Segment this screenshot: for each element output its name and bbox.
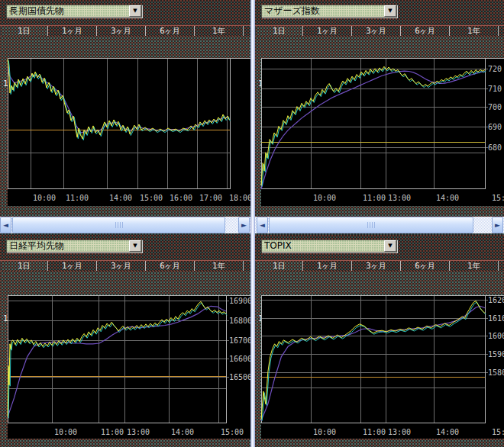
symbol-select[interactable]: 長期国債先物 ▼ bbox=[6, 5, 142, 18]
svg-text:16600: 16600 bbox=[229, 355, 250, 363]
svg-text:1620: 1620 bbox=[488, 296, 504, 304]
tab-period-5[interactable]: 1年 bbox=[195, 26, 244, 37]
svg-text:10:00: 10:00 bbox=[33, 194, 56, 202]
svg-text:10:00: 10:00 bbox=[54, 428, 77, 436]
panel-nikkei-futures: 日経平均先物 ▼ 1日1ヶ月3ヶ月6ヶ月1年 1分足 1690016800167… bbox=[0, 235, 250, 447]
svg-text:15:00: 15:00 bbox=[492, 194, 504, 202]
tab-period-4[interactable]: 6ヶ月 bbox=[401, 261, 450, 272]
svg-text:16:00: 16:00 bbox=[170, 194, 192, 202]
tab-period-4[interactable]: 6ヶ月 bbox=[146, 261, 195, 272]
svg-text:13:00: 13:00 bbox=[388, 194, 411, 202]
symbol-select[interactable]: 日経平均先物 ▼ bbox=[6, 240, 142, 252]
scrollbar-grip-icon bbox=[367, 222, 375, 228]
svg-text:14:00: 14:00 bbox=[171, 428, 194, 436]
panel-mothers-index: マザーズ指数 ▼ 1日1ヶ月3ヶ月6ヶ月1年 1分足 7207107006906… bbox=[255, 0, 504, 233]
symbol-select-value: 長期国債先物 bbox=[9, 5, 128, 17]
panel-body: 1分足 169001680016700166001650010:0011:001… bbox=[0, 271, 250, 447]
tab-period-2[interactable]: 1ヶ月 bbox=[303, 261, 352, 272]
svg-text:15:00: 15:00 bbox=[221, 428, 244, 436]
svg-text:11:00: 11:00 bbox=[363, 428, 386, 436]
tab-period-5[interactable]: 1年 bbox=[450, 26, 499, 37]
chart-bond-futures: 10:0011:0014:0015:0016:0017:0018:00 bbox=[0, 58, 250, 206]
tab-period-2[interactable]: 1ヶ月 bbox=[48, 26, 97, 37]
svg-text:16800: 16800 bbox=[229, 317, 250, 325]
panel-body: 1分足 72071070069068010:0011:0013:0014:001… bbox=[255, 36, 504, 233]
tab-period-5[interactable]: 1年 bbox=[450, 261, 499, 272]
tab-period-2[interactable]: 1ヶ月 bbox=[48, 261, 97, 272]
svg-text:680: 680 bbox=[488, 143, 502, 152]
svg-text:11:00: 11:00 bbox=[363, 194, 386, 202]
scrollbar-thumb[interactable] bbox=[269, 217, 473, 233]
panel-body: 1分足 1620161016001590158010:0011:0013:001… bbox=[255, 271, 504, 447]
scrollbar-grip-icon bbox=[115, 222, 123, 228]
chart-mothers-index: 72071070069068010:0011:0013:0014:0015:00 bbox=[255, 58, 504, 206]
dropdown-arrow-icon[interactable]: ▼ bbox=[384, 240, 396, 252]
symbol-select-value: TOPIX bbox=[264, 240, 383, 252]
panel-topix: TOPIX ▼ 1日1ヶ月3ヶ月6ヶ月1年 1分足 16201610160015… bbox=[255, 235, 504, 447]
scroll-right-button[interactable]: ► bbox=[492, 217, 503, 233]
svg-text:15:00: 15:00 bbox=[492, 428, 504, 436]
svg-text:10:00: 10:00 bbox=[313, 194, 336, 202]
svg-text:18:00: 18:00 bbox=[229, 194, 250, 202]
tab-period-3[interactable]: 3ヶ月 bbox=[352, 26, 401, 37]
scroll-left-button[interactable]: ◄ bbox=[0, 217, 11, 233]
svg-text:1580: 1580 bbox=[488, 368, 504, 377]
tab-period-1[interactable]: 1日 bbox=[0, 26, 48, 37]
svg-text:14:00: 14:00 bbox=[436, 428, 459, 436]
chart-nikkei-futures: 169001680016700166001650010:0011:0013:00… bbox=[0, 295, 250, 439]
svg-text:14:00: 14:00 bbox=[436, 194, 459, 202]
svg-text:720: 720 bbox=[488, 65, 502, 73]
tab-period-5[interactable]: 1年 bbox=[195, 261, 244, 272]
tab-period-1[interactable]: 1日 bbox=[255, 261, 303, 272]
symbol-select[interactable]: TOPIX ▼ bbox=[261, 240, 397, 252]
dropdown-arrow-icon[interactable]: ▼ bbox=[384, 5, 396, 17]
svg-text:710: 710 bbox=[488, 85, 502, 93]
panel-bond-futures: 長期国債先物 ▼ 1日1ヶ月3ヶ月6ヶ月1年 1分足 10:0011:0014:… bbox=[0, 0, 250, 233]
svg-text:13:00: 13:00 bbox=[127, 428, 150, 436]
svg-text:1590: 1590 bbox=[488, 350, 504, 359]
tab-period-4[interactable]: 6ヶ月 bbox=[401, 26, 450, 37]
svg-text:16700: 16700 bbox=[229, 336, 250, 345]
svg-text:1610: 1610 bbox=[488, 314, 504, 323]
tab-period-3[interactable]: 3ヶ月 bbox=[352, 261, 401, 272]
svg-text:14:00: 14:00 bbox=[109, 194, 132, 202]
svg-text:700: 700 bbox=[488, 103, 502, 111]
tab-period-4[interactable]: 6ヶ月 bbox=[146, 26, 195, 37]
scroll-right-button[interactable]: ► bbox=[238, 217, 250, 233]
svg-text:17:00: 17:00 bbox=[199, 194, 222, 202]
svg-text:15:00: 15:00 bbox=[140, 194, 163, 202]
svg-text:13:00: 13:00 bbox=[388, 428, 411, 436]
chart-grid-app: 長期国債先物 ▼ 1日1ヶ月3ヶ月6ヶ月1年 1分足 10:0011:0014:… bbox=[0, 0, 504, 447]
tab-period-1[interactable]: 1日 bbox=[0, 261, 48, 272]
period-tabs: 1日1ヶ月3ヶ月6ヶ月1年 bbox=[0, 260, 250, 272]
period-tabs: 1日1ヶ月3ヶ月6ヶ月1年 bbox=[255, 25, 504, 37]
period-tabs: 1日1ヶ月3ヶ月6ヶ月1年 bbox=[255, 260, 504, 272]
svg-text:1600: 1600 bbox=[488, 332, 504, 340]
period-tabs: 1日1ヶ月3ヶ月6ヶ月1年 bbox=[0, 25, 250, 37]
scroll-left-button[interactable]: ◄ bbox=[257, 217, 268, 233]
tab-period-1[interactable]: 1日 bbox=[255, 26, 303, 37]
tab-period-2[interactable]: 1ヶ月 bbox=[303, 26, 352, 37]
panel-body: 1分足 10:0011:0014:0015:0016:0017:0018:00 … bbox=[0, 36, 250, 233]
tab-period-3[interactable]: 3ヶ月 bbox=[97, 26, 146, 37]
svg-text:10:00: 10:00 bbox=[313, 428, 336, 436]
scrollbar-thumb[interactable] bbox=[12, 217, 225, 233]
svg-text:16900: 16900 bbox=[229, 297, 250, 305]
symbol-select-value: マザーズ指数 bbox=[264, 5, 383, 17]
tab-period-3[interactable]: 3ヶ月 bbox=[97, 261, 146, 272]
svg-text:690: 690 bbox=[488, 123, 502, 131]
horizontal-scrollbar: ◄ ► bbox=[0, 217, 250, 233]
dropdown-arrow-icon[interactable]: ▼ bbox=[129, 5, 141, 17]
svg-text:11:00: 11:00 bbox=[66, 194, 89, 202]
symbol-select-value: 日経平均先物 bbox=[9, 240, 128, 252]
symbol-select[interactable]: マザーズ指数 ▼ bbox=[261, 5, 397, 18]
panel-divider[interactable] bbox=[250, 0, 255, 447]
chart-topix: 1620161016001590158010:0011:0013:0014:00… bbox=[255, 295, 504, 439]
horizontal-scrollbar: ◄ ► bbox=[255, 217, 504, 233]
svg-text:11:00: 11:00 bbox=[101, 428, 124, 436]
svg-text:16500: 16500 bbox=[229, 373, 250, 381]
dropdown-arrow-icon[interactable]: ▼ bbox=[129, 240, 141, 252]
